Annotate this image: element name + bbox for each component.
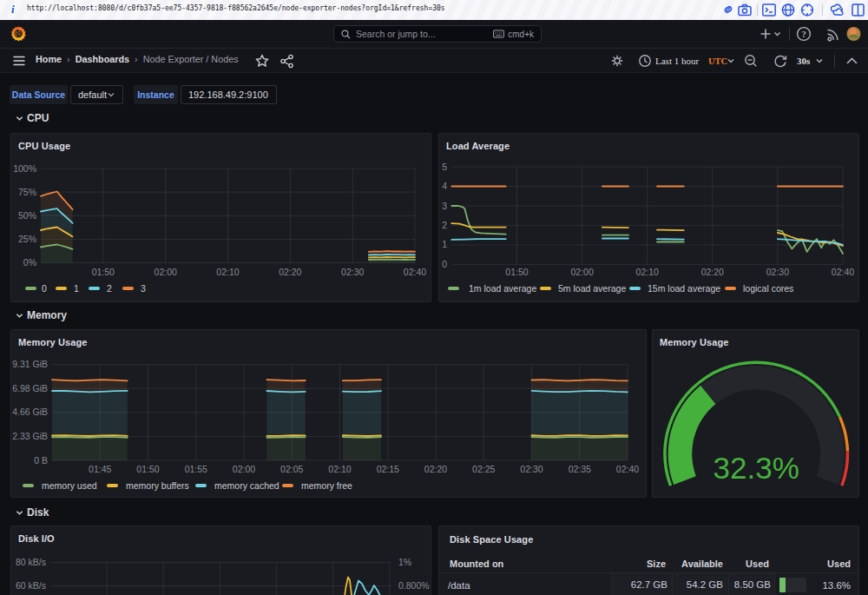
svg-text:5: 5 xyxy=(442,162,447,172)
top-nav: Search or jump to...cmd+k ? xyxy=(0,20,868,49)
grafana-node-exporter-dashboard: ihttp://localhost:8080/d/c0fb37a5-ee75-4… xyxy=(0,0,868,595)
svg-text:4: 4 xyxy=(442,181,447,191)
svg-text:01:50: 01:50 xyxy=(136,464,159,474)
svg-text:2.33 GiB: 2.33 GiB xyxy=(12,431,48,441)
svg-text:02:00: 02:00 xyxy=(233,464,255,474)
svg-text:02:40: 02:40 xyxy=(404,267,426,277)
svg-text:01:45: 01:45 xyxy=(89,464,111,474)
panel-cpu-usage: CPU Usage0%25%50%75%100%01:5002:0002:100… xyxy=(10,133,431,302)
section-memory[interactable]: Memory xyxy=(16,309,67,321)
svg-text:30s: 30s xyxy=(797,56,811,66)
browser-bar: ihttp://localhost:8080/d/c0fb37a5-ee75-4… xyxy=(0,0,868,20)
svg-text:100%: 100% xyxy=(13,163,36,174)
svg-text:02:10: 02:10 xyxy=(636,267,659,277)
svg-text:memory free: memory free xyxy=(301,480,352,491)
svg-text:25%: 25% xyxy=(18,234,36,244)
svg-text:02:30: 02:30 xyxy=(766,267,789,277)
section-cpu[interactable]: CPU xyxy=(16,112,49,124)
svg-text:32.3%: 32.3% xyxy=(713,451,799,485)
svg-text:logical cores: logical cores xyxy=(743,283,793,294)
svg-text:01:50: 01:50 xyxy=(92,267,115,277)
svg-text:UTC: UTC xyxy=(708,56,727,66)
svg-text:80 kB/s: 80 kB/s xyxy=(16,557,46,567)
svg-text:0: 0 xyxy=(442,259,447,269)
panel-memory-usage: Memory Usage0 B2.33 GiB4.66 GiB6.98 GiB9… xyxy=(10,329,647,498)
panel-disk-space: Disk Space UsageMounted onSizeAvailableU… xyxy=(438,526,859,595)
svg-text:02:10: 02:10 xyxy=(328,464,351,474)
svg-text:2: 2 xyxy=(442,220,447,230)
svg-text:15m load average: 15m load average xyxy=(648,283,720,294)
svg-text:50%: 50% xyxy=(18,210,36,221)
breadcrumbs: Home›Dashboards›Node Exporter / Nodes xyxy=(36,54,239,64)
svg-text:02:40: 02:40 xyxy=(616,464,639,474)
svg-text:memory used: memory used xyxy=(42,480,97,491)
svg-text:02:25: 02:25 xyxy=(472,464,495,474)
svg-text:1m load average: 1m load average xyxy=(469,283,536,294)
svg-text:01:55: 01:55 xyxy=(185,464,207,474)
svg-text:02:20: 02:20 xyxy=(701,267,724,277)
svg-text:01:50: 01:50 xyxy=(505,267,528,277)
svg-text:1%: 1% xyxy=(398,557,411,567)
svg-text:9.31 GiB: 9.31 GiB xyxy=(12,359,48,369)
panel-memory-gauge: Memory Usage32.3% xyxy=(652,329,859,498)
svg-text:02:40: 02:40 xyxy=(832,267,854,277)
svg-text:6.98 GiB: 6.98 GiB xyxy=(12,383,48,393)
disk-table: Mounted onSizeAvailableUsedUsed/data62.7… xyxy=(439,555,858,595)
svg-text:02:30: 02:30 xyxy=(341,267,364,277)
section-disk[interactable]: Disk xyxy=(16,506,49,519)
svg-text:02:10: 02:10 xyxy=(216,267,239,277)
svg-text:5m load average: 5m load average xyxy=(558,283,626,294)
variable-controls: Data SourcedefaultInstance192.168.49.2:9… xyxy=(0,73,868,111)
panel-load-average: Load Average01234501:5002:0002:1002:2002… xyxy=(438,133,859,302)
svg-text:Last 1 hour: Last 1 hour xyxy=(655,56,699,66)
breadcrumb-bar: Home›Dashboards›Node Exporter / Nodes La… xyxy=(0,49,868,73)
search-box[interactable]: Search or jump to...cmd+k xyxy=(333,25,542,43)
svg-text:02:30: 02:30 xyxy=(520,464,542,474)
svg-text:4.66 GiB: 4.66 GiB xyxy=(12,407,48,417)
svg-text:02:05: 02:05 xyxy=(280,464,303,474)
svg-text:?: ? xyxy=(801,30,806,39)
panel-disk-io: Disk I/O80 kB/s60 kB/s1%0.800% xyxy=(10,526,431,595)
svg-text:02:00: 02:00 xyxy=(570,267,593,277)
svg-text:0%: 0% xyxy=(23,257,36,268)
svg-text:02:00: 02:00 xyxy=(155,267,177,277)
svg-text:3: 3 xyxy=(442,201,447,211)
svg-text:2: 2 xyxy=(107,283,112,294)
svg-text:0: 0 xyxy=(42,283,47,294)
svg-text:02:35: 02:35 xyxy=(569,464,591,474)
svg-text:memory buffers: memory buffers xyxy=(126,480,189,491)
svg-text:02:20: 02:20 xyxy=(424,464,447,474)
svg-text:02:15: 02:15 xyxy=(377,464,399,474)
svg-text:1: 1 xyxy=(74,283,79,294)
svg-text:0.800%: 0.800% xyxy=(398,580,430,591)
svg-text:3: 3 xyxy=(141,283,146,294)
svg-text:75%: 75% xyxy=(18,187,36,197)
svg-text:60 kB/s: 60 kB/s xyxy=(16,580,46,591)
svg-text:02:20: 02:20 xyxy=(279,267,301,277)
svg-text:0 B: 0 B xyxy=(34,455,48,466)
svg-text:memory cached: memory cached xyxy=(214,480,279,491)
svg-text:1: 1 xyxy=(442,239,447,249)
